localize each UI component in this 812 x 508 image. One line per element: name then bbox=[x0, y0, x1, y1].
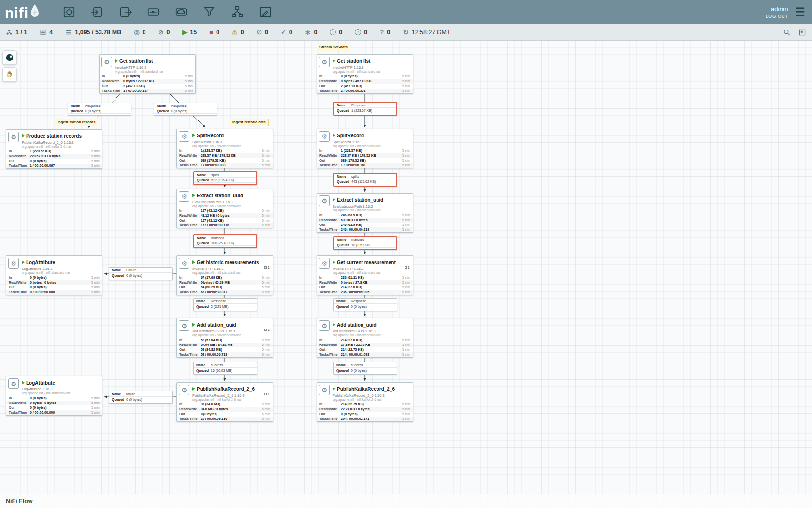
stat-value: 0 bytes / 228.57 KB bbox=[123, 79, 182, 84]
processor[interactable]: ⚙Add station_uuid JoltTransformJSON 1.16… bbox=[176, 318, 273, 358]
sync-failure-status: ? 0 bbox=[380, 29, 390, 36]
processor[interactable]: ⚙LogAttribute LogAttribute 1.16.3 org.ap… bbox=[6, 255, 102, 295]
global-menu-icon[interactable]: ☰ bbox=[795, 6, 805, 18]
stat-label: Tasks/Time bbox=[179, 223, 201, 228]
stat-label: In bbox=[102, 74, 123, 79]
stat-value: 1 / 00:00:00.118 bbox=[341, 163, 400, 168]
stat-window: 5 min bbox=[400, 338, 410, 343]
queued-status: 1,095 / 53.78 MB bbox=[65, 29, 121, 36]
nifi-logo-text: nifi bbox=[5, 6, 29, 20]
logout-link[interactable]: LOG OUT bbox=[766, 14, 788, 19]
processor[interactable]: ⚙Extract station_uuid EvaluateJsonPath 1… bbox=[176, 189, 273, 228]
stat-row: Out54 (60.29 MB)5 min bbox=[177, 285, 273, 290]
stat-value: 0 (0 bytes) bbox=[30, 275, 89, 280]
processor[interactable]: ⚙SplitRecord SplitRecord 1.16.3 org.apac… bbox=[176, 129, 273, 168]
processor-bundle: org.apache.nifi - nifi-standard-nar bbox=[192, 333, 271, 337]
sync-failure-count: 0 bbox=[387, 29, 390, 36]
connection-label[interactable]: Namesplits Queued522 (136.4 KB) bbox=[193, 171, 257, 185]
connection-label[interactable]: NameResponse Queued0 (0 bytes) bbox=[68, 103, 131, 116]
stat-row: In36 (34.8 MB)5 min bbox=[177, 402, 273, 407]
template-tool-icon[interactable] bbox=[229, 3, 246, 21]
processor[interactable]: ⚙Add station_uuid JoltTransformJSON 1.16… bbox=[317, 318, 413, 358]
processor[interactable]: ⚙LogAttribute LogAttribute 1.16.3 org.ap… bbox=[6, 376, 102, 416]
connection-name-value: success bbox=[211, 362, 254, 367]
flow-canvas[interactable]: Ingest station records Ingest historic d… bbox=[0, 41, 812, 508]
connection-label[interactable]: Namesuccess Queued16 (50.03 MB) bbox=[193, 362, 257, 375]
stat-value: 214 (22.75 KB) bbox=[341, 347, 400, 352]
connection-label[interactable]: NameFailure Queued0 (0 bytes) bbox=[109, 267, 173, 280]
processor[interactable]: ⚙Get station list InvokeHTTP 1.16.3 org.… bbox=[99, 54, 196, 94]
locally-modified-and-stale-icon: ! bbox=[355, 29, 361, 35]
flow-label[interactable]: Stream live-data bbox=[317, 44, 350, 51]
stat-row: Read/Write43.12 KB / 0 bytes5 min bbox=[177, 213, 273, 218]
connection-label[interactable]: NameResponse Queued2 (3.25 MB) bbox=[193, 298, 257, 311]
output-port-tool-icon[interactable] bbox=[116, 3, 134, 21]
stat-row: Read/Write63.9 KB / 0 bytes5 min bbox=[317, 218, 413, 223]
stopped-count: 0 bbox=[216, 29, 219, 36]
label-tool-icon[interactable] bbox=[257, 3, 274, 21]
processor[interactable]: ⚙Get current measurement InvokeHTTP 1.16… bbox=[317, 255, 413, 295]
stat-window: 5 min bbox=[89, 280, 100, 285]
processor-type: JoltTransformJSON 1.16.3 bbox=[333, 329, 411, 333]
stat-value: 0 bytes / 60.29 MB bbox=[201, 280, 260, 285]
processor-name: LogAttribute bbox=[26, 260, 55, 265]
remote-process-group-tool-icon[interactable] bbox=[173, 3, 190, 21]
connection-label[interactable]: NameResponse Queued1 (228.57 KB) bbox=[334, 102, 397, 116]
stat-value: 689 (179.52 KB) bbox=[341, 158, 400, 163]
stat-window: 5 min bbox=[182, 79, 193, 84]
running-status-icon bbox=[333, 134, 335, 137]
flow-label[interactable]: Ingest historic data bbox=[230, 119, 269, 126]
thread-badge-count: 1 bbox=[268, 328, 270, 332]
processor-bundle: org.apache.nifi - nifi-standard-nar bbox=[333, 209, 411, 212]
process-group-tool-icon[interactable] bbox=[145, 3, 162, 21]
stat-value: 228.57 KB / 0 bytes bbox=[30, 154, 89, 159]
running-status-icon bbox=[22, 381, 25, 385]
refresh-icon[interactable]: ↻ bbox=[403, 29, 409, 36]
stat-label: Tasks/Time bbox=[179, 352, 201, 357]
funnel-tool-icon[interactable] bbox=[201, 3, 218, 21]
connection-label[interactable]: NameResponse Queued0 (0 bytes) bbox=[154, 103, 218, 116]
stat-row: Tasks/Time204 / 00:00:02.1715 min bbox=[317, 417, 413, 421]
connection-label[interactable]: Namefailure Queued0 (0 bytes) bbox=[109, 391, 173, 404]
navigate-palette-button[interactable] bbox=[2, 50, 17, 65]
processor-bundle: org.apache.nifi - nifi-standard-nar bbox=[333, 70, 411, 73]
processor[interactable]: ⚙Extract station_uuid EvaluateJsonPath 1… bbox=[317, 193, 413, 233]
processor[interactable]: ⚙Get station list InvokeHTTP 1.16.3 org.… bbox=[317, 54, 413, 94]
processor[interactable]: ⚙Get historic measurements InvokeHTTP 1.… bbox=[176, 255, 273, 295]
connection-label[interactable]: Namesuccess Queued0 (0 bytes) bbox=[334, 362, 397, 375]
stat-label: Out bbox=[9, 285, 30, 290]
stat-value: 214 (22.75 KB) bbox=[341, 402, 400, 407]
connection-label[interactable]: Namematched Queued100 (25.43 KB) bbox=[193, 234, 257, 248]
thread-badge-icon bbox=[405, 266, 407, 269]
processor-tool-icon[interactable] bbox=[60, 3, 78, 21]
flow-label[interactable]: Ingest station records bbox=[55, 119, 98, 126]
stat-value: 52 (84.82 MB) bbox=[201, 347, 260, 352]
connection-name-value: splits bbox=[211, 172, 254, 177]
input-port-tool-icon[interactable] bbox=[88, 3, 106, 21]
processor-type-icon: ⚙ bbox=[179, 131, 189, 142]
search-icon[interactable] bbox=[783, 29, 791, 36]
connection-label[interactable]: Namematched Queued10 (2.59 KB) bbox=[334, 236, 397, 250]
stat-row: Tasks/Time20 / 00:00:09.1365 min bbox=[177, 417, 273, 421]
processor[interactable]: ⚙PublishKafkaRecord_2_6 PublishKafkaReco… bbox=[317, 382, 413, 422]
stat-row: Out0 (0 bytes)5 min bbox=[6, 285, 102, 290]
stat-window: 5 min bbox=[182, 84, 193, 89]
birdseye-toggle-icon[interactable] bbox=[798, 29, 806, 36]
connected-nodes-count: 1 / 1 bbox=[15, 29, 27, 36]
connection-label[interactable]: Namesplits Queued443 (115.62 KB) bbox=[334, 173, 397, 187]
processor-bundle: org.apache.nifi - nifi-standard-nar bbox=[333, 144, 411, 148]
processor[interactable]: ⚙SplitRecord SplitRecord 1.16.3 org.apac… bbox=[317, 129, 413, 168]
connection-label[interactable]: NameResponse Queued0 (0 bytes) bbox=[334, 298, 397, 311]
processor-type: InvokeHTTP 1.16.3 bbox=[192, 267, 271, 271]
processor[interactable]: ⚙Produce station records PublishKafkaRec… bbox=[6, 129, 102, 169]
up-to-date-count: 0 bbox=[289, 29, 292, 36]
stat-label: In bbox=[319, 338, 341, 343]
stopped-status: ■ 0 bbox=[209, 29, 219, 36]
processor[interactable]: ⚙PublishKafkaRecord_2_6 PublishKafkaReco… bbox=[176, 382, 273, 422]
operate-palette-button[interactable] bbox=[2, 67, 17, 82]
stat-window: 5 min bbox=[400, 275, 410, 280]
stat-value: 167 / 00:00:00.116 bbox=[201, 223, 260, 228]
breadcrumb-root-link[interactable]: NiFi Flow bbox=[6, 498, 33, 505]
stat-row: Tasks/Time0 / 00:00:00.0005 min bbox=[6, 410, 102, 415]
stat-value: 36 (34.8 MB) bbox=[201, 402, 260, 407]
